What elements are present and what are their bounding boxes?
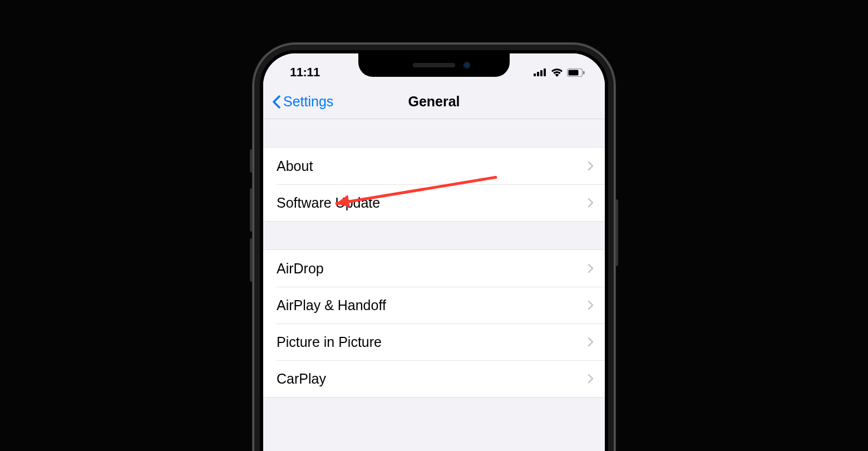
status-time: 11:11 (280, 65, 320, 80)
svg-rect-6 (583, 71, 585, 74)
power-button (615, 199, 618, 266)
chevron-right-icon (588, 374, 594, 384)
chevron-right-icon (588, 161, 594, 171)
settings-list-group-1: About Software Update (263, 147, 605, 222)
row-label: Software Update (277, 195, 380, 211)
row-picture-in-picture[interactable]: Picture in Picture (263, 323, 605, 360)
svg-rect-5 (569, 70, 579, 75)
row-label: Picture in Picture (277, 334, 382, 350)
row-about[interactable]: About (263, 148, 605, 184)
speaker-grille (413, 63, 455, 67)
chevron-right-icon (588, 198, 594, 208)
phone-device-frame: 11:11 (253, 43, 615, 451)
front-camera (463, 61, 471, 69)
svg-rect-2 (540, 70, 542, 76)
settings-list-group-2: AirDrop AirPlay & Handoff Picture in Pic… (263, 249, 605, 398)
back-button[interactable]: Settings (272, 94, 333, 110)
group-spacer (263, 222, 605, 249)
row-label: About (277, 158, 313, 174)
back-button-label: Settings (283, 94, 333, 110)
svg-rect-3 (544, 68, 546, 76)
chevron-right-icon (588, 300, 594, 310)
group-spacer (263, 119, 605, 147)
chevron-right-icon (588, 263, 594, 273)
phone-screen: 11:11 (263, 53, 605, 451)
row-airdrop[interactable]: AirDrop (263, 250, 605, 287)
row-label: CarPlay (277, 371, 326, 387)
row-label: AirDrop (277, 261, 324, 277)
phone-notch (358, 53, 510, 77)
row-label: AirPlay & Handoff (277, 297, 386, 313)
cellular-icon (534, 68, 547, 76)
navigation-bar: Settings General (263, 85, 605, 119)
chevron-left-icon (272, 95, 281, 109)
row-airplay-handoff[interactable]: AirPlay & Handoff (263, 287, 605, 323)
chevron-right-icon (588, 337, 594, 347)
wifi-icon (551, 68, 563, 77)
svg-rect-0 (534, 73, 536, 76)
battery-icon (567, 68, 585, 77)
svg-rect-1 (537, 72, 539, 76)
nav-title: General (408, 94, 460, 110)
row-carplay[interactable]: CarPlay (263, 360, 605, 397)
status-icons (534, 68, 588, 77)
row-software-update[interactable]: Software Update (263, 184, 605, 221)
